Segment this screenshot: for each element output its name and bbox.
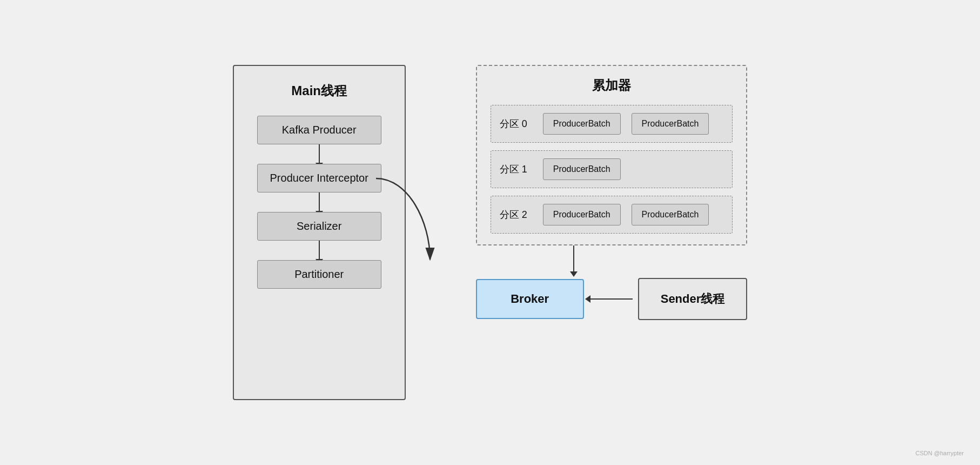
producer-interceptor-box: Producer Interceptor xyxy=(257,164,381,192)
partition-1-batch-0: ProducerBatch xyxy=(543,158,621,180)
main-thread-title: Main线程 xyxy=(291,82,347,99)
partition-2-label: 分区 2 xyxy=(500,208,532,221)
partitioner-box: Partitioner xyxy=(257,260,381,289)
kafka-producer-box: Kafka Producer xyxy=(257,116,381,144)
partition-2-batch-1: ProducerBatch xyxy=(632,204,709,225)
partition-0-label: 分区 0 xyxy=(500,117,532,130)
diagram-canvas: Main线程 Kafka Producer Producer Intercept… xyxy=(195,38,786,427)
serializer-box: Serializer xyxy=(257,212,381,241)
partition-0-batch-0: ProducerBatch xyxy=(543,113,621,135)
accumulator-title: 累加器 xyxy=(491,77,733,94)
partition-0-row: 分区 0 ProducerBatch ProducerBatch xyxy=(491,105,733,143)
arrow-producer-to-interceptor xyxy=(319,144,320,164)
watermark: CSDN @harrypter xyxy=(916,450,964,456)
partition-2-row: 分区 2 ProducerBatch ProducerBatch xyxy=(491,196,733,234)
sender-box: Sender线程 xyxy=(638,278,748,320)
right-column: 累加器 分区 0 ProducerBatch ProducerBatch 分区 … xyxy=(476,65,748,320)
partition-0-batch-1: ProducerBatch xyxy=(632,113,709,135)
partition-1-row: 分区 1 ProducerBatch xyxy=(491,150,733,188)
arrow-accumulator-to-sender xyxy=(573,245,574,273)
partition-1-label: 分区 1 xyxy=(500,163,532,176)
arrow-serializer-to-partitioner xyxy=(319,241,320,260)
arrow-interceptor-to-serializer xyxy=(319,192,320,212)
partitioner-label: Partitioner xyxy=(294,268,344,280)
sender-label: Sender线程 xyxy=(661,292,725,305)
accumulator-box: 累加器 分区 0 ProducerBatch ProducerBatch 分区 … xyxy=(476,65,748,245)
main-thread-box: Main线程 Kafka Producer Producer Intercept… xyxy=(233,65,406,400)
producer-interceptor-label: Producer Interceptor xyxy=(270,172,368,184)
arrow-left-line xyxy=(589,298,633,300)
kafka-producer-label: Kafka Producer xyxy=(282,124,357,136)
serializer-label: Serializer xyxy=(297,220,341,232)
broker-label: Broker xyxy=(511,292,549,305)
partition-2-batch-0: ProducerBatch xyxy=(543,204,621,225)
bottom-section: Broker Sender线程 xyxy=(476,278,748,320)
broker-box: Broker xyxy=(476,279,584,319)
arrow-sender-to-broker xyxy=(589,298,633,300)
